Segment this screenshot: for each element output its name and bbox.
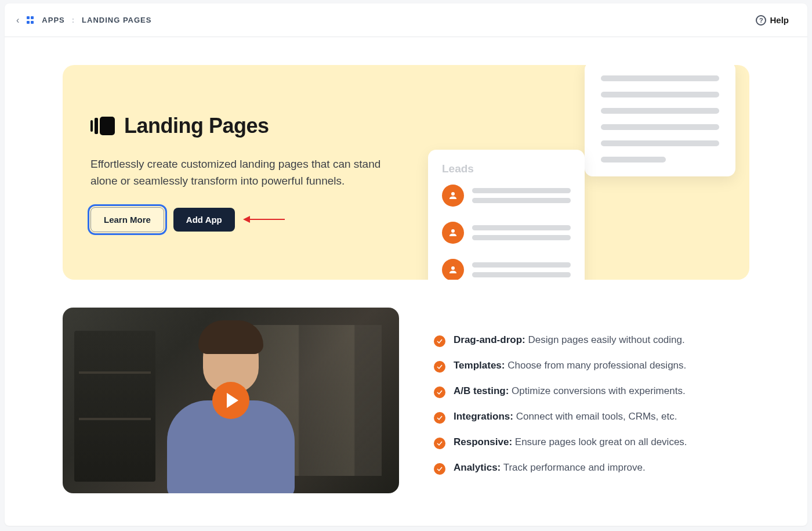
hero-description: Effortlessly create customized landing p… — [90, 156, 404, 190]
mock-card-leads: Leads — [428, 150, 585, 280]
intro-video[interactable] — [63, 308, 399, 493]
check-icon — [434, 361, 445, 373]
list-item — [442, 259, 571, 280]
list-item — [442, 222, 571, 244]
learn-more-button[interactable]: Learn More — [90, 207, 164, 232]
person-icon — [442, 259, 464, 280]
feature-item: Integrations: Connect with email tools, … — [434, 411, 749, 424]
feature-text: Analytics: Track performance and improve… — [454, 462, 646, 474]
person-icon — [442, 185, 464, 207]
leads-card-title: Leads — [442, 162, 571, 175]
feature-text: A/B testing: Optimize conversions with e… — [454, 385, 686, 397]
play-icon — [212, 382, 249, 419]
feature-text: Drag-and-drop: Design pages easily witho… — [454, 334, 685, 346]
annotation-arrow-icon — [244, 219, 285, 220]
back-chevron-icon[interactable]: ‹ — [16, 15, 20, 26]
feature-item: Analytics: Track performance and improve… — [434, 462, 749, 475]
hero-banner: Landing Pages Effortlessly create custom… — [63, 65, 749, 280]
breadcrumb: ‹ APPS : LANDING PAGES — [16, 15, 151, 26]
check-icon — [434, 386, 445, 398]
feature-item: Responsive: Ensure pages look great on a… — [434, 436, 749, 449]
feature-item: Templates: Choose from many professional… — [434, 360, 749, 373]
check-icon — [434, 335, 445, 347]
help-icon: ? — [756, 15, 766, 26]
help-button[interactable]: ? Help — [756, 15, 789, 26]
breadcrumb-separator-icon: : — [72, 16, 75, 24]
mock-card-text — [585, 65, 735, 176]
check-icon — [434, 412, 445, 424]
feature-item: Drag-and-drop: Design pages easily witho… — [434, 334, 749, 347]
feature-text: Templates: Choose from many professional… — [454, 360, 686, 371]
check-icon — [434, 463, 445, 475]
apps-grid-icon[interactable] — [27, 16, 35, 24]
breadcrumb-apps[interactable]: APPS — [42, 16, 64, 24]
landing-pages-icon — [90, 117, 115, 135]
breadcrumb-current: LANDING PAGES — [82, 16, 151, 24]
feature-text: Responsive: Ensure pages look great on a… — [454, 436, 687, 448]
person-icon — [442, 222, 464, 244]
page-title: Landing Pages — [124, 114, 269, 138]
list-item — [442, 185, 571, 207]
add-app-button[interactable]: Add App — [173, 208, 235, 232]
feature-item: A/B testing: Optimize conversions with e… — [434, 385, 749, 398]
check-icon — [434, 438, 445, 449]
help-label: Help — [770, 15, 789, 25]
feature-text: Integrations: Connect with email tools, … — [454, 411, 677, 422]
feature-list: Drag-and-drop: Design pages easily witho… — [434, 308, 749, 493]
